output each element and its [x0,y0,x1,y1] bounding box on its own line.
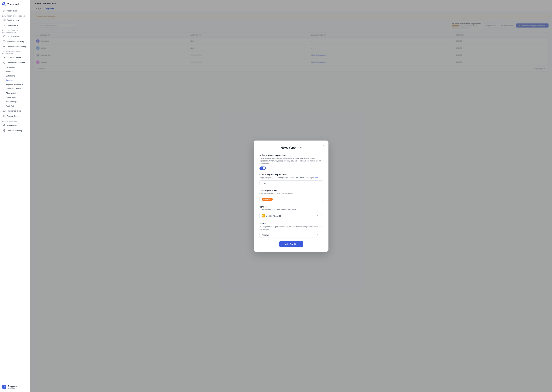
logo-icon [2,2,6,6]
action-items-label: Action Items [7,10,17,12]
sidebar-subitem-dashboard[interactable]: Dashboard [1,65,29,69]
contract-scanning-label: Contract Scanning [7,129,22,132]
svg-point-11 [3,125,5,126]
google-analytics-icon: GA [262,214,265,217]
privacy-center-icon [3,115,6,117]
sidebar-item-data-inventory[interactable]: Data Inventory [1,18,29,22]
sidebar-item-structured-discovery[interactable]: Structured Discovery [1,39,29,44]
contract-icon [3,129,6,132]
section-data-asset-intelligence: DATA ASSET INTELLIGENCE [0,13,30,18]
sidebar-item-data-inventory-label: Data Inventory [7,19,19,21]
service-clear-icon[interactable]: ✕ [317,215,319,217]
service-desc: This helps categorize and organize data … [260,209,323,211]
structured-icon [3,40,6,42]
sidebar-item-web-auditor[interactable]: Web Auditor [1,123,29,128]
sidebar-item-data-lineage-label: Data Lineage [7,24,18,26]
tracking-chevron: ▾ [320,198,320,200]
sidebar-item-privacy-center[interactable]: Privacy Center [1,113,29,119]
cookie-regex-section: Cookie Regular Expression * Regular expr… [260,173,323,186]
web-auditor-label: Web Auditor [7,124,17,126]
sidebar-item-dsr-automation[interactable]: DSR Automation [1,55,29,60]
sidebar-item-unstructured-label: Unstructured Discovery [7,46,26,48]
toggle-knob [263,167,265,169]
consent-icon [3,62,6,64]
sidebar-item-consent-management[interactable]: Consent Management [1,60,29,65]
modal-title: New Cookie [260,146,323,150]
sidebar-item-dsr-label: DSR Automation [7,56,21,59]
main-content: Consent Management Triage Approved Cooki… [30,0,552,392]
sidebar-item-consent-label: Consent Management [7,62,25,64]
service-select[interactable]: GA Google Analytics ✕ ▾ [260,213,323,219]
privacy-center-label: Privacy Center [7,115,19,117]
sidebar-subitem-services[interactable]: Services [1,70,29,74]
modal-overlay[interactable]: × New Cookie Is this a regular expressio… [30,0,552,392]
sidebar-subitem-native-apps[interactable]: Native Apps [1,95,29,99]
sidebar-subitem-regional-experiences[interactable]: Regional Experiences [1,83,29,87]
status-value: Approve [262,234,317,236]
service-label: Service [260,206,323,208]
sidebar-item-preference-store[interactable]: Preference Store [1,108,29,113]
status-clear-icon[interactable]: ✕ [317,234,319,236]
status-desc: Marking cookies as junk means they will … [260,225,323,231]
action-items-icon [3,10,6,12]
regex-label: Is this a regular expression? [260,154,323,156]
sidebar-item-contract-scanning[interactable]: Contract Scanning [1,128,29,133]
cookie-regex-input[interactable] [260,180,323,186]
add-cookie-submit-button[interactable]: Add Cookie [279,241,303,247]
service-chevron: ▾ [320,215,320,217]
sidebar-item-data-lineage[interactable]: Data Lineage [1,23,29,28]
user-footer[interactable]: T Transcend Linh Chau [0,383,30,391]
service-name: Google Analytics [266,215,281,217]
section-risk-intelligence: RISK INTELLIGENCE [0,119,30,123]
regex-desc: If yes, airgap will regulate all cookies… [260,157,323,165]
cookie-regex-desc: Regular expression matching cookie names… [260,176,323,179]
avatar: T [2,385,6,389]
preference-icon [3,110,6,112]
sidebar-item-unstructured-discovery[interactable]: Unstructured Discovery [1,44,29,49]
sidebar-subitem-audit-trail[interactable]: Audit Trail [1,104,29,108]
new-cookie-modal: × New Cookie Is this a regular expressio… [254,140,328,252]
web-auditor-icon [3,124,6,126]
sidebar-item-structured-label: Structured Discovery [7,40,24,42]
analytics-tag: Analytics [262,198,273,201]
preference-store-label: Preference Store [7,110,21,112]
sidebar: Transcend Action Items DATA ASSET INTELL… [0,0,30,392]
sidebar-subitem-developer-settings[interactable]: Developer Settings [1,87,29,91]
svg-point-9 [4,111,4,111]
service-section: Service This helps categorize and organi… [260,206,323,219]
footer-sub: Linh Chau [8,387,24,389]
sidebar-subitem-cookies[interactable]: Cookies [1,78,29,82]
here-link[interactable]: here [315,176,318,179]
regex-toggle-section: Is this a regular expression? If yes, ai… [260,154,323,170]
status-label: Status [260,223,323,225]
footer-name: Transcend [8,385,24,387]
status-section: Status Marking cookies as junk means the… [260,223,323,238]
chevron-down-icon [26,386,28,388]
tracking-label: Tracking Purposes [260,189,323,192]
status-select[interactable]: Approve ✕ ▾ [260,232,323,238]
data-lineage-icon [3,24,6,26]
sidebar-item-silo-label: Silo Discovery [7,35,19,37]
footer-text: Transcend Linh Chau [8,385,24,389]
tracking-desc: Cookies with this name require consent f… [260,192,323,195]
sidebar-subitem-tcf-settings[interactable]: TCF Settings [1,100,29,104]
sidebar-subitem-data-flows[interactable]: Data Flows [1,74,29,78]
required-indicator: * [286,173,287,176]
regex-toggle[interactable] [260,167,266,170]
toggle-wrap[interactable] [260,167,323,170]
sidebar-subitem-display-settings[interactable]: Display Settings [1,91,29,95]
sidebar-item-action-items[interactable]: Action Items [1,8,29,13]
sidebar-item-silo-discovery[interactable]: Silo Discovery [1,34,29,39]
tracking-purposes-section: Tracking Purposes Cookies with this name… [260,189,323,202]
section-data-discovery: DATA DISCOVERY & CLASSIFICATION [0,28,30,34]
cookie-regex-label: Cookie Regular Expression * [260,173,323,176]
app-logo[interactable]: Transcend [0,0,30,8]
app-name: Transcend [7,3,19,6]
svg-rect-6 [3,41,5,42]
unstructured-icon [3,45,6,48]
svg-point-12 [4,125,5,126]
modal-close-button[interactable]: × [322,143,326,147]
tracking-select[interactable]: Analytics ▾ [260,196,323,202]
silo-icon [3,35,6,37]
data-inventory-icon [3,19,6,21]
